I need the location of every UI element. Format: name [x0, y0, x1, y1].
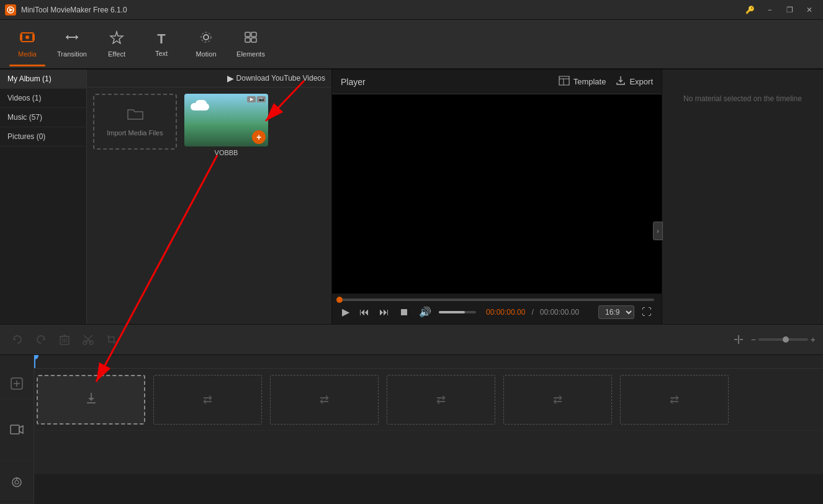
clip-spacer-3	[381, 375, 384, 425]
timeline-clip-3[interactable]: ⇄	[270, 375, 379, 425]
timeline-clip-first[interactable]	[37, 375, 145, 425]
key-button[interactable]: 🔑	[741, 4, 758, 16]
toolbar-transition[interactable]: Transition	[50, 22, 94, 66]
timeline-inner: ⇄ ⇄ ⇄ ⇄ ⇄	[0, 355, 823, 504]
media-label: Media	[18, 50, 37, 58]
tl-ruler-space	[0, 355, 34, 369]
svg-rect-15	[251, 38, 256, 42]
template-button[interactable]: Template	[559, 76, 606, 88]
zoom-out-icon[interactable]: −	[751, 335, 756, 344]
clip-arrow-icon-4: ⇄	[436, 393, 446, 407]
timeline-clip-6[interactable]: ⇄	[620, 375, 729, 425]
timeline-audio-label	[0, 461, 34, 504]
restore-button[interactable]: ❐	[781, 4, 798, 16]
delete-button[interactable]	[55, 330, 74, 349]
volume-fill	[439, 311, 465, 313]
svg-marker-43	[19, 426, 23, 433]
fullscreen-button[interactable]: ⛶	[639, 305, 654, 319]
album-section: My Album (1) Videos (1) Music (57) Pictu…	[0, 70, 87, 324]
right-info-panel: › No material selected on the timeline	[662, 70, 823, 324]
tool-strip: − +	[0, 324, 823, 355]
toolbar-effect[interactable]: Effect	[94, 22, 139, 66]
media-item-vobbb[interactable]: ▶ 📷 + VOBBB	[184, 94, 268, 156]
timeline-clip-5[interactable]: ⇄	[503, 375, 612, 425]
toolbar-elements[interactable]: Elements	[228, 22, 273, 66]
svg-marker-7	[76, 35, 78, 40]
progress-bar[interactable]	[340, 299, 654, 301]
clip-arrow-icon-3: ⇄	[320, 393, 329, 407]
controls-row: ▶ ⏮ ⏭ ⏹ 🔊 00:00:00.00 / 00:00:00.00	[340, 305, 654, 319]
timeline-clip-2[interactable]: ⇄	[153, 375, 262, 425]
zoom-thumb	[783, 336, 789, 343]
title-bar-controls: 🔑 − ❐ ✕	[741, 4, 818, 16]
tool-strip-right: − +	[729, 330, 816, 349]
template-label: Template	[573, 77, 606, 86]
volume-slider[interactable]	[439, 311, 476, 313]
toolbar-media[interactable]: Media	[5, 22, 50, 66]
album-item-music[interactable]: Music (57)	[0, 108, 86, 127]
album-item-videos[interactable]: Videos (1)	[0, 89, 86, 108]
elements-icon	[243, 30, 258, 48]
elements-label: Elements	[236, 50, 265, 58]
stop-button[interactable]: ⏹	[397, 305, 412, 319]
zoom-track[interactable]	[758, 338, 808, 341]
youtube-icon: ▶	[227, 73, 234, 83]
svg-marker-8	[66, 35, 68, 40]
redo-button[interactable]	[31, 330, 51, 349]
play-button[interactable]: ▶	[340, 305, 352, 319]
media-add-button[interactable]: +	[252, 130, 266, 144]
timeline-clip-4[interactable]: ⇄	[387, 375, 495, 425]
timeline-tracks: ⇄ ⇄ ⇄ ⇄ ⇄	[34, 355, 823, 504]
left-panel: My Album (1) Videos (1) Music (57) Pictu…	[0, 70, 332, 324]
svg-point-11	[201, 32, 211, 42]
close-button[interactable]: ✕	[801, 4, 818, 16]
media-active-bar	[9, 65, 45, 66]
minimize-button[interactable]: −	[761, 4, 778, 16]
thumb-overlay	[254, 95, 267, 107]
cut-button[interactable]	[78, 330, 98, 349]
player-controls: ▶ ⏮ ⏭ ⏹ 🔊 00:00:00.00 / 00:00:00.00	[332, 294, 662, 324]
toolbar-text[interactable]: T Text	[139, 22, 184, 66]
content-area: My Album (1) Videos (1) Music (57) Pictu…	[0, 70, 823, 504]
import-media-box[interactable]: Import Media Files	[93, 94, 177, 150]
title-bar: MiniTool MovieMaker Free 6.1.0 🔑 − ❐ ✕	[0, 0, 823, 20]
right-panel-toggle[interactable]: ›	[653, 222, 663, 240]
import-label: Import Media Files	[107, 129, 163, 137]
aspect-ratio-select[interactable]: 16:9 9:16 1:1 4:3	[598, 305, 634, 319]
playhead[interactable]	[34, 355, 35, 368]
prev-frame-button[interactable]: ⏮	[357, 305, 372, 319]
volume-button[interactable]: 🔊	[416, 305, 434, 319]
media-content: ▶ Download YouTube Videos Im	[87, 70, 331, 324]
thumb-clouds	[191, 103, 209, 110]
crop-button[interactable]	[102, 330, 122, 349]
text-label: Text	[155, 50, 168, 57]
zoom-timeline-split[interactable]	[729, 330, 749, 349]
export-button[interactable]: Export	[616, 76, 653, 88]
clip-arrow-icon-2: ⇄	[203, 393, 212, 407]
controls-right: 16:9 9:16 1:1 4:3 ⛶	[598, 305, 654, 319]
undo-button[interactable]	[7, 330, 27, 349]
svg-rect-4	[32, 34, 35, 40]
audio-track	[34, 431, 823, 474]
toolbar: Media Transition Effect T Text	[0, 20, 823, 70]
media-thumbnail: ▶ 📷 +	[184, 94, 268, 146]
svg-rect-3	[20, 34, 22, 40]
svg-point-10	[204, 35, 209, 40]
player-panel: Player Template	[332, 70, 662, 324]
toolbar-motion[interactable]: Motion	[184, 22, 228, 66]
playhead-dot	[34, 355, 38, 359]
clip-arrow-icon-6: ⇄	[670, 393, 679, 407]
download-youtube-button[interactable]: ▶ Download YouTube Videos	[227, 73, 325, 83]
svg-marker-1	[9, 8, 13, 12]
timeline-add-button[interactable]	[0, 369, 34, 400]
zoom-in-icon[interactable]: +	[811, 335, 816, 344]
album-item-pictures[interactable]: Pictures (0)	[0, 127, 86, 146]
next-frame-button[interactable]: ⏭	[377, 305, 392, 319]
timeline-labels	[0, 355, 34, 504]
template-icon	[559, 76, 570, 88]
transition-label: Transition	[57, 50, 87, 58]
album-item-myalbum[interactable]: My Album (1)	[0, 70, 86, 89]
time-total: 00:00:00.00	[540, 308, 579, 317]
clip-spacer-4	[498, 375, 501, 425]
timeline: ⇄ ⇄ ⇄ ⇄ ⇄	[0, 355, 823, 504]
